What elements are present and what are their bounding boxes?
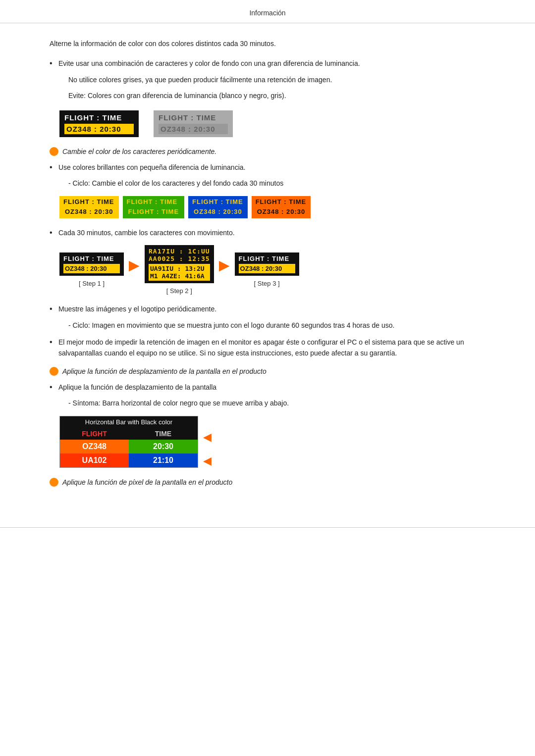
hbar-arrows: ◀ ◀: [203, 431, 212, 467]
hbar-header-row: FLIGHT TIME: [60, 428, 198, 440]
main-content: Alterne la información de color con dos …: [0, 23, 535, 512]
bullet-item-3: • Cada 30 minutos, cambie los caracteres…: [50, 227, 495, 238]
step-2-box: RA17IU : 1C:UUAA0025 : 12:35 UA91IU : 13…: [145, 245, 214, 295]
orange-bullet-1: Cambie el color de los caracteres periód…: [50, 146, 495, 157]
bullet-content-2: Use colores brillantes con pequeña difer…: [58, 162, 245, 173]
step-1-label: [ Step 1 ]: [79, 280, 105, 287]
cycle-box-4: FLIGHT : TIME OZ348 : 20:30: [252, 196, 311, 218]
bullet-content-5: El mejor modo de impedir la retención de…: [58, 337, 495, 359]
step-3-row1: FLIGHT : TIME: [239, 255, 295, 262]
steps-row: FLIGHT : TIME OZ348 : 20:30 [ Step 1 ] ▶…: [59, 245, 495, 295]
cycle-box-3-row1: FLIGHT : TIME: [192, 198, 244, 205]
hbar-data-row-1: OZ348 20:30: [60, 440, 198, 454]
bullet-item-6: • Aplique la función de desplazamiento d…: [50, 382, 495, 393]
cycle-box-1: FLIGHT : TIME OZ348 : 20:30: [59, 196, 119, 218]
step-1-row1: FLIGHT : TIME: [63, 255, 120, 262]
orange-text-1: Cambie el color de los caracteres periód…: [62, 146, 216, 157]
divider-bottom: [0, 527, 535, 528]
step-2-row1: RA17IU : 1C:UUAA0025 : 12:35: [149, 248, 210, 262]
hbar-data-ua102: UA102: [60, 454, 129, 467]
cycle-box-2-row1: FLIGHT : TIME: [127, 198, 181, 205]
flight-box-gray-row2: OZ348 : 20:30: [159, 124, 228, 134]
step-2-display: RA17IU : 1C:UUAA0025 : 12:35 UA91IU : 13…: [145, 245, 214, 283]
step-3-row2: OZ348 : 20:30: [239, 264, 295, 273]
hbar-data-2030: 20:30: [129, 440, 198, 454]
bullet-dot-2: •: [50, 163, 58, 172]
hbar-data-2110: 21:10: [129, 454, 198, 467]
step-1-box: FLIGHT : TIME OZ348 : 20:30 [ Step 1 ]: [59, 252, 124, 287]
hbar-arrow-2: ◀: [203, 454, 212, 467]
sub-text-5: - Síntoma: Barra horizontal de color neg…: [68, 398, 495, 408]
cycle-box-3: FLIGHT : TIME OZ348 : 20:30: [188, 196, 248, 218]
flight-box-dark-row1: FLIGHT : TIME: [64, 113, 134, 122]
sub-text-2: Evite: Colores con gran diferencia de lu…: [68, 90, 495, 101]
step-3-label: [ Step 3 ]: [254, 280, 280, 287]
step-2-row2: UA91IU : 13:2UM1 A4ZE: 41:6A: [149, 264, 210, 281]
cycle-box-1-row2: OZ348 : 20:30: [63, 207, 115, 216]
arrow-step2-to-step3: ▶: [219, 257, 230, 283]
page-header: Información: [0, 0, 535, 23]
step-3-display: FLIGHT : TIME OZ348 : 20:30: [235, 252, 299, 276]
flight-box-dark-row2: OZ348 : 20:30: [64, 124, 134, 134]
cycle-box-1-row1: FLIGHT : TIME: [63, 198, 115, 205]
flight-box-gray: FLIGHT : TIME OZ348 : 20:30: [154, 110, 233, 137]
step-1-row2: OZ348 : 20:30: [63, 264, 120, 273]
cycle-box-2: FLIGHT : TIME FLIGHT : TIME: [123, 196, 185, 218]
hbar-header-time: TIME: [129, 428, 198, 440]
step-3-box: FLIGHT : TIME OZ348 : 20:30 [ Step 3 ]: [235, 252, 299, 287]
hbar-title: Horizontal Bar with Black color: [60, 416, 198, 428]
orange-circle-icon-1: [50, 147, 58, 156]
bullet-item-5: • El mejor modo de impedir la retención …: [50, 337, 495, 359]
flight-boxes-comparison: FLIGHT : TIME OZ348 : 20:30 FLIGHT : TIM…: [59, 110, 495, 137]
header-title: Información: [249, 9, 285, 17]
intro-text: Alterne la información de color con dos …: [50, 38, 495, 49]
bullet-dot-3: •: [50, 228, 58, 237]
bullet-content-4: Muestre las imágenes y el logotipo perió…: [58, 303, 216, 314]
bullet-content-1: Evite usar una combinación de caracteres…: [58, 58, 360, 69]
hbar-data-oz348: OZ348: [60, 440, 129, 454]
hbar-header-flight: FLIGHT: [60, 428, 129, 440]
cycle-box-4-row1: FLIGHT : TIME: [256, 198, 307, 205]
step-1-display: FLIGHT : TIME OZ348 : 20:30: [59, 252, 124, 276]
flight-box-gray-row1: FLIGHT : TIME: [159, 113, 228, 122]
bullet-dot-1: •: [50, 59, 58, 68]
bullet-item-1: • Evite usar una combinación de caracter…: [50, 58, 495, 69]
orange-bullet-2: Aplique la función de desplazamiento de …: [50, 366, 495, 377]
cycle-box-2-row2: FLIGHT : TIME: [127, 207, 181, 216]
hbar-data-row-2: UA102 21:10: [60, 454, 198, 467]
cycle-box-4-row2: OZ348 : 20:30: [256, 207, 307, 216]
bullet-content-6: Aplique la función de desplazamiento de …: [58, 382, 216, 393]
sub-text-3: - Ciclo: Cambie el color de los caracter…: [68, 178, 495, 189]
bullet-dot-6: •: [50, 383, 58, 392]
orange-circle-icon-3: [50, 478, 58, 487]
cycle-box-3-row2: OZ348 : 20:30: [192, 207, 244, 216]
bullet-item-4: • Muestre las imágenes y el logotipo per…: [50, 303, 495, 314]
bullet-content-3: Cada 30 minutos, cambie los caracteres c…: [58, 227, 235, 238]
orange-bullet-3: Aplique la función de píxel de la pantal…: [50, 477, 495, 488]
hbar-container: Horizontal Bar with Black color FLIGHT T…: [59, 416, 495, 468]
cycle-boxes-row: FLIGHT : TIME OZ348 : 20:30 FLIGHT : TIM…: [59, 196, 495, 218]
step-2-label: [ Step 2 ]: [166, 287, 192, 295]
orange-text-2: Aplique la función de desplazamiento de …: [62, 366, 267, 377]
bullet-dot-4: •: [50, 304, 58, 313]
bullet-item-2: • Use colores brillantes con pequeña dif…: [50, 162, 495, 173]
flight-box-dark: FLIGHT : TIME OZ348 : 20:30: [59, 110, 139, 137]
sub-text-1: No utilice colores grises, ya que pueden…: [68, 74, 495, 85]
hbar-arrow-1: ◀: [203, 431, 212, 444]
sub-text-4: - Ciclo: Imagen en movimiento que se mue…: [68, 320, 495, 331]
bullet-dot-5: •: [50, 338, 58, 347]
orange-text-3: Aplique la función de píxel de la pantal…: [62, 477, 232, 488]
arrow-step1-to-step2: ▶: [129, 257, 140, 283]
hbar-box: Horizontal Bar with Black color FLIGHT T…: [59, 416, 198, 468]
orange-circle-icon-2: [50, 367, 58, 376]
